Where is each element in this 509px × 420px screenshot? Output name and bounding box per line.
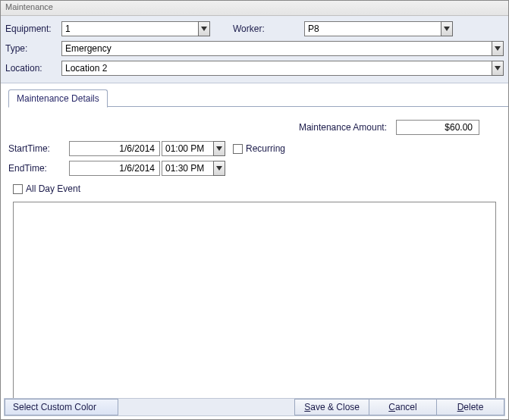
recurring-label: Recurring: [246, 143, 285, 154]
recurring-checkbox[interactable]: Recurring: [233, 143, 285, 154]
location-value[interactable]: Location 2: [61, 61, 504, 76]
chevron-down-icon[interactable]: [198, 21, 210, 36]
chevron-down-icon[interactable]: [441, 21, 453, 36]
cancel-button[interactable]: Cancel: [369, 399, 437, 415]
checkbox-icon[interactable]: [233, 144, 243, 154]
equipment-select[interactable]: 1: [61, 21, 210, 36]
end-time-select[interactable]: 01:30 PM: [160, 161, 225, 176]
worker-label: Worker:: [233, 24, 281, 34]
save-and-close-button[interactable]: Save & Close: [294, 399, 369, 415]
select-custom-color-button[interactable]: Select Custom Color: [5, 399, 118, 415]
equipment-label: Equipment:: [5, 24, 61, 34]
starttime-label: StartTime:: [8, 143, 69, 154]
amount-field[interactable]: $60.00: [396, 120, 479, 135]
all-day-checkbox[interactable]: All Day Event: [13, 183, 80, 194]
chevron-down-icon[interactable]: [213, 161, 225, 176]
footer-toolbar: Select Custom Color Save & Close Cancel …: [4, 398, 505, 416]
start-time-select[interactable]: 01:00 PM: [160, 141, 225, 156]
checkbox-icon[interactable]: [13, 184, 23, 194]
chevron-down-icon[interactable]: [213, 141, 225, 156]
header-form: Equipment: 1 Worker: P8 Type: Emergency …: [1, 16, 508, 83]
tab-strip: Maintenance Details: [8, 89, 508, 108]
chevron-down-icon[interactable]: [492, 61, 504, 76]
notes-textarea[interactable]: [13, 202, 496, 402]
all-day-label: All Day Event: [26, 183, 80, 194]
details-panel: Maintenance Amount: $60.00 StartTime: 1/…: [1, 108, 508, 402]
equipment-value[interactable]: 1: [61, 21, 210, 36]
delete-button[interactable]: Delete: [436, 399, 504, 415]
footer-spacer: [118, 399, 294, 415]
chevron-down-icon[interactable]: [492, 41, 504, 56]
type-select[interactable]: Emergency: [61, 41, 504, 56]
window-title: Maintenance: [1, 1, 508, 16]
type-value[interactable]: Emergency: [61, 41, 504, 56]
location-select[interactable]: Location 2: [61, 61, 504, 76]
worker-select[interactable]: P8: [304, 21, 453, 36]
start-date-field[interactable]: 1/6/2014: [69, 141, 160, 156]
amount-label: Maintenance Amount:: [299, 122, 387, 133]
maintenance-window: Maintenance Equipment: 1 Worker: P8 Type…: [0, 0, 509, 420]
type-label: Type:: [5, 43, 61, 54]
end-date-field[interactable]: 1/6/2014: [69, 161, 160, 176]
tab-maintenance-details[interactable]: Maintenance Details: [8, 89, 108, 108]
endtime-label: EndTime:: [8, 163, 69, 174]
location-label: Location:: [5, 63, 61, 74]
worker-value[interactable]: P8: [304, 21, 453, 36]
